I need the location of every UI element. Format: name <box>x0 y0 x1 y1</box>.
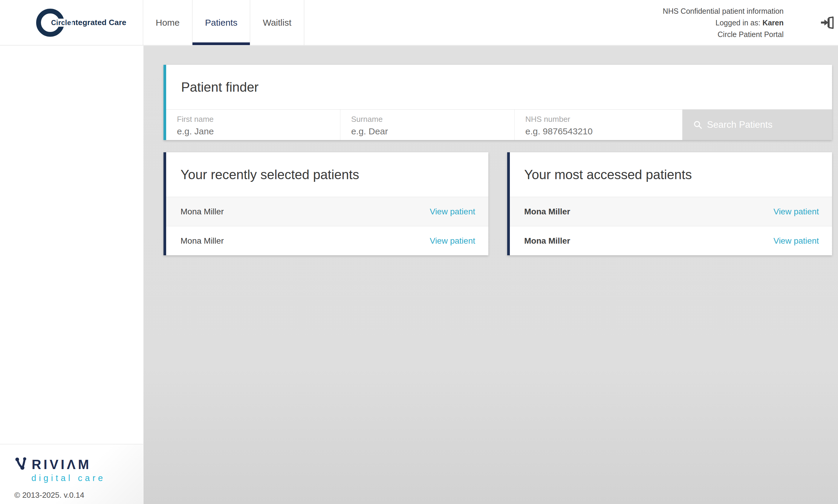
riviam-wordmark: RIVIΛM <box>32 458 91 471</box>
logout-button[interactable] <box>821 16 834 30</box>
nhs-number-field-group: NHS number <box>515 110 682 140</box>
recently-selected-card: Your recently selected patients Mona Mil… <box>164 152 488 255</box>
logout-door-arrow-icon <box>821 16 834 30</box>
patient-name: Mona Miller <box>524 207 570 216</box>
brand-name: Integrated Care <box>68 18 126 27</box>
search-patients-button[interactable]: Search Patients <box>682 110 832 140</box>
most-accessed-header: Your most accessed patients <box>510 152 832 197</box>
first-name-field-group: First name <box>166 110 340 140</box>
riviam-tagline: digital care <box>31 474 143 483</box>
magnifier-icon <box>693 120 703 130</box>
patient-finder-title: Patient finder <box>181 80 258 95</box>
recently-selected-row-1: Mona Miller View patient <box>166 197 488 226</box>
riviam-glyph-icon <box>14 457 29 471</box>
view-patient-link[interactable]: View patient <box>773 236 819 246</box>
recently-selected-row-2: Mona Miller View patient <box>166 226 488 255</box>
most-accessed-row-2: Mona Miller View patient <box>510 226 832 255</box>
patient-cards-row: Your recently selected patients Mona Mil… <box>164 152 832 255</box>
confidentiality-notice: NHS Confidential patient information <box>663 5 784 17</box>
tab-patients[interactable]: Patients <box>192 0 250 45</box>
patient-name: Mona Miller <box>181 236 224 246</box>
recently-selected-header: Your recently selected patients <box>166 152 488 197</box>
view-patient-link[interactable]: View patient <box>430 207 475 216</box>
logged-in-user: Karen <box>763 18 784 26</box>
tab-waitlist[interactable]: Waitlist <box>250 0 304 45</box>
tab-home-label: Home <box>156 18 179 28</box>
logged-in-as: Logged in as: Karen <box>663 17 784 29</box>
circle-logo-word: Circle <box>50 19 72 26</box>
tab-home[interactable]: Home <box>143 0 192 45</box>
view-patient-link[interactable]: View patient <box>773 207 819 216</box>
surname-input[interactable] <box>351 126 508 137</box>
main-content: Patient finder First name Surname NHS nu… <box>143 46 838 504</box>
tab-patients-label: Patients <box>205 18 237 28</box>
circle-logo-icon: Circle <box>36 8 64 37</box>
surname-field-group: Surname <box>340 110 515 140</box>
view-patient-link[interactable]: View patient <box>430 236 475 246</box>
patient-finder-header: Patient finder <box>166 65 832 109</box>
patient-finder-card: Patient finder First name Surname NHS nu… <box>164 65 832 140</box>
copyright-version: © 2013-2025. v.0.14 <box>14 490 143 500</box>
most-accessed-card: Your most accessed patients Mona Miller … <box>507 152 832 255</box>
most-accessed-title: Your most accessed patients <box>524 167 692 182</box>
logged-in-prefix: Logged in as: <box>716 18 763 26</box>
portal-name: Circle Patient Portal <box>663 29 784 40</box>
main-nav: Home Patients Waitlist <box>143 0 304 45</box>
search-patients-label: Search Patients <box>707 120 772 130</box>
patient-finder-fields: First name Surname NHS number Search Pat… <box>166 109 832 140</box>
tab-waitlist-label: Waitlist <box>263 18 291 28</box>
nhs-number-label: NHS number <box>525 115 676 124</box>
first-name-label: First name <box>177 115 334 124</box>
patient-name: Mona Miller <box>524 236 570 246</box>
riviam-logo: RIVIΛM <box>14 458 143 471</box>
nhs-number-input[interactable] <box>525 126 676 137</box>
sidebar: RIVIΛM digital care © 2013-2025. v.0.14 <box>0 46 143 504</box>
surname-label: Surname <box>351 115 508 124</box>
session-info: NHS Confidential patient information Log… <box>663 5 784 40</box>
sidebar-footer: RIVIΛM digital care © 2013-2025. v.0.14 <box>0 444 143 504</box>
recently-selected-title: Your recently selected patients <box>181 167 359 182</box>
patient-name: Mona Miller <box>181 207 224 216</box>
brand-logo: Circle Integrated Care <box>0 0 143 45</box>
most-accessed-row-1: Mona Miller View patient <box>510 197 832 226</box>
first-name-input[interactable] <box>177 126 334 137</box>
top-bar: Circle Integrated Care Home Patients Wai… <box>0 0 838 46</box>
